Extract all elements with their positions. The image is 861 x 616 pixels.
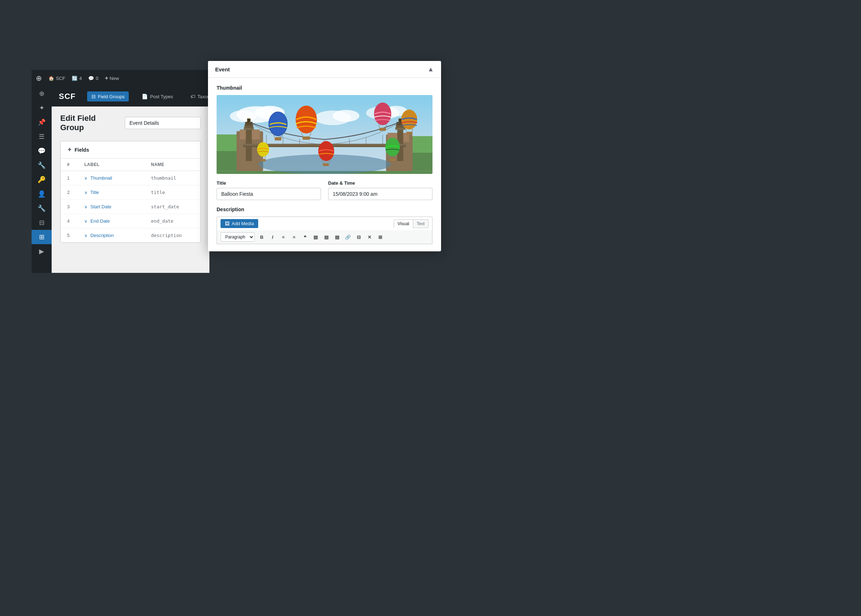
sidebar-item-key[interactable]: 🔑	[31, 173, 52, 187]
event-panel-title: Event	[215, 66, 230, 72]
align-center-button[interactable]: ▤	[321, 233, 332, 242]
sidebar-item-comment[interactable]: 💬	[31, 144, 52, 158]
svg-rect-60	[323, 163, 329, 166]
chevron-down-icon[interactable]: ∨	[84, 233, 88, 238]
chevron-down-icon[interactable]: ∨	[84, 219, 88, 224]
italic-button[interactable]: I	[267, 233, 278, 242]
unordered-list-button[interactable]: ≡	[278, 233, 288, 242]
description-section: Description 🖼 Add Media Visual Text Para…	[217, 206, 432, 244]
svg-rect-56	[390, 159, 395, 161]
collapse-icon[interactable]: ▲	[427, 66, 434, 72]
chevron-down-icon[interactable]: ∨	[84, 176, 88, 181]
tab-post-types[interactable]: 📄 Post Types	[137, 91, 177, 102]
sidebar-item-grid[interactable]: ⊞	[31, 230, 52, 244]
sidebar-item-play[interactable]: ▶	[31, 244, 52, 259]
tab-visual[interactable]: Visual	[394, 220, 413, 228]
sidebar-item-flame[interactable]: ✦	[31, 101, 52, 115]
admin-bar-scf[interactable]: 🏠 SCF	[49, 75, 65, 81]
sidebar-item-user[interactable]: 👤	[31, 187, 52, 201]
admin-bar-updates[interactable]: 🔄 4	[72, 75, 82, 81]
format-toolbar: Paragraph Heading 1 Heading 2 B I ≡ ≡ ❝ …	[217, 230, 432, 244]
description-toolbar-top: 🖼 Add Media Visual Text	[217, 217, 432, 230]
table-row: 5 ∨ Description description	[61, 228, 201, 242]
svg-rect-44	[303, 137, 310, 140]
toolbar-toggle-button[interactable]: ⊞	[375, 233, 385, 242]
wp-icon[interactable]: ⊕	[36, 74, 42, 82]
fields-col-header: # Label Name	[61, 159, 201, 171]
table-row: 1 ∨ Thumbnail thumbnail	[61, 171, 201, 185]
add-media-button[interactable]: 🖼 Add Media	[220, 219, 258, 228]
bold-button[interactable]: B	[257, 233, 267, 242]
tab-taxonomies[interactable]: 🏷 Taxonomies	[186, 91, 210, 102]
date-time-label: Date & Time	[328, 180, 432, 186]
group-name-input[interactable]	[125, 117, 201, 129]
admin-bar-new[interactable]: + New	[105, 75, 119, 82]
event-panel-header: Event ▲	[208, 61, 441, 78]
fields-section: ✦ Fields # Label Name 1 ∨ Thumbnail thum…	[60, 141, 201, 243]
title-field: Title	[217, 180, 321, 200]
chevron-down-icon[interactable]: ∨	[84, 204, 88, 209]
field-link-start-date[interactable]: Start Date	[90, 204, 112, 209]
align-right-button[interactable]: ▤	[332, 233, 342, 242]
svg-point-53	[385, 138, 400, 156]
wp-sidebar: ⊕ ✦ 📌 ☰ 💬 🔧 🔑 👤 🔧 ⊟ ⊞ ▶	[31, 86, 52, 273]
chevron-down-icon[interactable]: ∨	[84, 190, 88, 195]
home-icon: 🏠	[49, 75, 54, 81]
sidebar-item-list[interactable]: ☰	[31, 129, 52, 144]
svg-rect-52	[407, 132, 413, 134]
align-left-button[interactable]: ▤	[311, 233, 321, 242]
ordered-list-button[interactable]: ≡	[289, 233, 299, 242]
svg-rect-48	[379, 128, 386, 130]
field-link-thumbnail[interactable]: Thumbnail	[90, 175, 112, 181]
admin-bar-comments[interactable]: 💬 0	[88, 75, 98, 81]
add-media-icon: 🖼	[225, 221, 229, 226]
tab-field-groups[interactable]: ⊟ Field Groups	[87, 91, 129, 102]
balloon-scene-svg	[217, 95, 432, 174]
paragraph-select[interactable]: Paragraph Heading 1 Heading 2	[220, 233, 255, 242]
svg-point-45	[374, 102, 391, 125]
field-link-description[interactable]: Description	[90, 233, 114, 238]
scf-header: SCF ⊟ Field Groups 📄 Post Types 🏷 Taxono…	[52, 86, 209, 107]
fullscreen-button[interactable]: ✕	[365, 233, 374, 242]
description-label: Description	[217, 206, 432, 212]
field-groups-icon: ⊟	[91, 94, 96, 99]
sidebar-item-tools[interactable]: 🔧	[31, 201, 52, 215]
event-panel-body: Thumbnail	[208, 78, 441, 251]
field-link-title[interactable]: Title	[90, 190, 99, 195]
thumbnail-label: Thumbnail	[217, 85, 432, 91]
sidebar-item-grid-sm[interactable]: ⊟	[31, 215, 52, 230]
title-input[interactable]	[217, 188, 321, 200]
tab-text[interactable]: Text	[413, 220, 429, 228]
sidebar-item-wrench[interactable]: 🔧	[31, 158, 52, 173]
svg-point-41	[295, 105, 317, 134]
date-time-input[interactable]	[328, 188, 432, 200]
fields-header: ✦ Fields	[61, 141, 201, 159]
table-row: 2 ∨ Title title	[61, 185, 201, 200]
field-link-end-date[interactable]: End Date	[90, 218, 110, 224]
plus-icon: +	[105, 75, 108, 82]
svg-rect-40	[275, 137, 281, 140]
edit-fg-header: Edit Field Group	[60, 114, 201, 132]
date-time-field: Date & Time	[328, 180, 432, 200]
scf-logo: SCF	[59, 92, 75, 101]
sidebar-item-pin[interactable]: 📌	[31, 115, 52, 129]
sidebar-item-wp[interactable]: ⊕	[31, 86, 52, 101]
scf-panel: SCF ⊟ Field Groups 📄 Post Types 🏷 Taxono…	[52, 86, 209, 273]
comments-icon: 💬	[88, 75, 94, 81]
table-row: 4 ∨ End Date end_date	[61, 214, 201, 228]
post-types-icon: 📄	[141, 94, 148, 99]
svg-point-49	[401, 110, 417, 130]
scf-content: Edit Field Group ✦ Fields # Label Name 1…	[52, 107, 209, 250]
svg-point-5	[333, 110, 359, 121]
svg-point-3	[230, 110, 256, 122]
fields-icon: ✦	[67, 146, 72, 153]
title-date-row: Title Date & Time	[217, 180, 432, 200]
link-button[interactable]: 🔗	[343, 233, 353, 242]
blockquote-button[interactable]: ❝	[300, 233, 310, 242]
taxonomies-icon: 🏷	[190, 94, 195, 99]
event-panel: Event ▲ Thumbnail	[208, 61, 441, 251]
updates-icon: 🔄	[72, 75, 77, 81]
insert-more-button[interactable]: ⊟	[354, 233, 364, 242]
svg-point-57	[318, 141, 334, 161]
svg-point-61	[257, 142, 269, 157]
